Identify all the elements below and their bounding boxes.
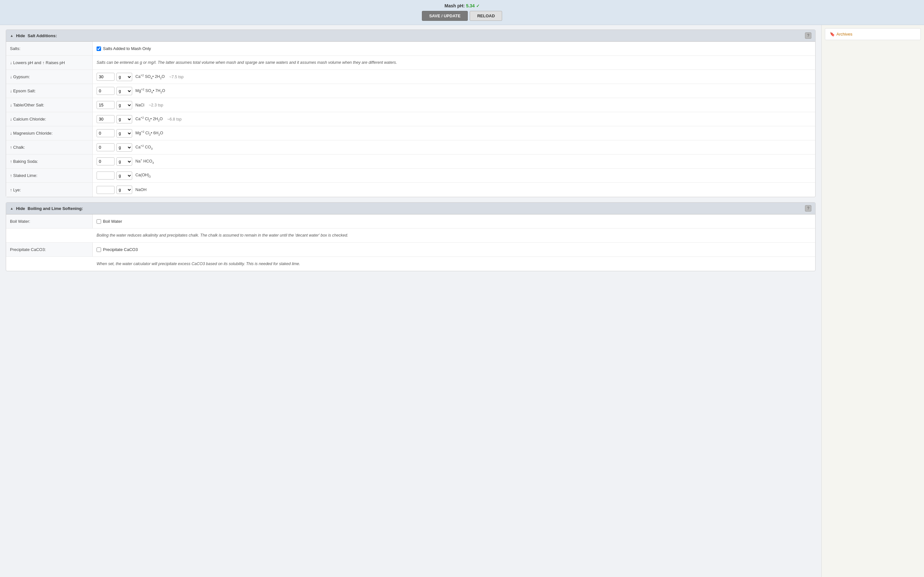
chalk-formula: Ca+2 CO3	[136, 144, 153, 150]
boil-description-label-spacer	[6, 229, 93, 242]
chalk-label: ↑ Chalk:	[6, 140, 93, 154]
precipitate-description-row: When set, the water calculator will prec…	[6, 257, 815, 271]
mash-ph-value: 5.34	[466, 3, 475, 8]
ph-description-row: ↓ Lowers pH and ↑ Raises pH Salts can be…	[6, 56, 815, 70]
salt-additions-title: Salt Additions:	[27, 33, 57, 38]
archives-box: 🔖 Archives	[825, 28, 921, 40]
epsom-label: ↓ Epsom Salt:	[6, 84, 93, 98]
boiling-collapse-triangle: ▲	[10, 206, 13, 210]
lye-unit-select[interactable]: gmg/l	[116, 185, 132, 194]
boil-water-content: Boil Water	[93, 217, 815, 226]
baking-soda-content: gmg/l Na+ HCO3	[93, 155, 815, 168]
mash-ph-check: ✓	[476, 3, 480, 8]
boil-description-text: Boiling the water reduces alkalinity and…	[93, 230, 815, 241]
gypsum-row: ↓ Gypsum: gmg/l Ca+2 SO4• 2H2O ~7.5 tsp	[6, 70, 815, 84]
chalk-unit-select[interactable]: gmg/l	[116, 143, 132, 152]
boil-description-row: Boiling the water reduces alkalinity and…	[6, 229, 815, 243]
boil-water-checkbox[interactable]	[97, 219, 101, 224]
archives-icon: 🔖	[830, 32, 835, 37]
salts-mash-only-label[interactable]: Salts Added to Mash Only	[97, 46, 151, 51]
mash-ph-label: Mash pH:	[444, 3, 465, 8]
main-layout: ▲ Hide Salt Additions: ? Salts: Salts Ad…	[0, 25, 924, 577]
baking-soda-formula: Na+ HCO3	[136, 158, 154, 164]
salt-additions-body: Salts: Salts Added to Mash Only ↓ Lowers…	[6, 42, 815, 197]
baking-soda-label: ↑ Baking Soda:	[6, 155, 93, 168]
lye-row: ↑ Lye: gmg/l NaOH	[6, 183, 815, 197]
salts-mash-only-text: Salts Added to Mash Only	[103, 46, 151, 51]
epsom-input[interactable]	[97, 87, 115, 95]
lye-formula: NaOH	[136, 187, 147, 192]
lye-label: ↑ Lye:	[6, 183, 93, 197]
top-buttons: SAVE / UPDATE RELOAD	[0, 11, 924, 21]
collapse-triangle: ▲	[10, 34, 13, 37]
baking-soda-input[interactable]	[97, 157, 115, 165]
boiling-help-button[interactable]: ?	[805, 205, 811, 211]
baking-soda-unit-select[interactable]: gmg/l	[116, 157, 132, 166]
chalk-row: ↑ Chalk: gmg/l Ca+2 CO3	[6, 140, 815, 155]
calcium-chloride-label: ↓ Calcium Chloride:	[6, 112, 93, 126]
slaked-lime-label: ↑ Slaked Lime:	[6, 169, 93, 182]
precipitate-description-spacer	[6, 257, 93, 271]
lye-input[interactable]	[97, 186, 115, 194]
magnesium-chloride-content: gmg/l Mg+2 Cl2• 6H2O	[93, 127, 815, 139]
archives-label: Archives	[837, 32, 853, 37]
salts-mash-only-checkbox[interactable]	[97, 47, 101, 51]
table-salt-input[interactable]	[97, 101, 115, 109]
gypsum-input[interactable]	[97, 73, 115, 81]
reload-button[interactable]: RELOAD	[470, 11, 502, 21]
boiling-body: Boil Water: Boil Water Boiling the water…	[6, 214, 815, 271]
top-bar: Mash pH: 5.34 ✓ SAVE / UPDATE RELOAD	[0, 0, 924, 25]
save-update-button[interactable]: SAVE / UPDATE	[422, 11, 468, 21]
hide-label[interactable]: Hide	[16, 33, 25, 38]
boiling-header: ▲ Hide Boiling and Lime Softening: ?	[6, 203, 815, 214]
gypsum-tsp: ~7.5 tsp	[169, 75, 184, 79]
salt-additions-help-button[interactable]: ?	[805, 32, 811, 39]
calcium-chloride-content: gmg/l Ca+2 Cl2• 2H2O ~6.8 tsp	[93, 113, 815, 125]
magnesium-chloride-label: ↓ Magnesium Chloride:	[6, 126, 93, 140]
precipitate-label: Precipitate CaCO3:	[6, 243, 93, 256]
precipitate-checkbox[interactable]	[97, 247, 101, 252]
precipitate-content: Precipitate CaCO3	[93, 245, 815, 254]
salt-additions-header-left: ▲ Hide Salt Additions:	[10, 33, 57, 38]
table-salt-label: ↓ Table/Other Salt:	[6, 98, 93, 112]
table-salt-unit-select[interactable]: gmg/l	[116, 101, 132, 109]
epsom-content: gmg/l Mg+2 SO4• 7H2O	[93, 85, 815, 97]
magnesium-chloride-unit-select[interactable]: gmg/l	[116, 129, 132, 137]
boiling-title: Boiling and Lime Softening:	[27, 206, 83, 211]
table-salt-content: gmg/l NaCl ~2.3 tsp	[93, 99, 815, 111]
precipitate-checkbox-label[interactable]: Precipitate CaCO3	[97, 247, 137, 252]
chalk-input[interactable]	[97, 143, 115, 151]
boil-water-checkbox-text: Boil Water	[103, 219, 122, 224]
calcium-chloride-unit-select[interactable]: gmg/l	[116, 115, 132, 123]
chalk-content: gmg/l Ca+2 CO3	[93, 141, 815, 153]
salts-label: Salts:	[6, 42, 93, 55]
precipitate-description-text: When set, the water calculator will prec…	[93, 258, 815, 269]
baking-soda-row: ↑ Baking Soda: gmg/l Na+ HCO3	[6, 155, 815, 169]
content-area: ▲ Hide Salt Additions: ? Salts: Salts Ad…	[0, 25, 821, 577]
boil-water-checkbox-label[interactable]: Boil Water	[97, 219, 122, 224]
boiling-hide-label[interactable]: Hide	[16, 206, 25, 211]
calcium-chloride-input[interactable]	[97, 115, 115, 123]
gypsum-content: gmg/l Ca+2 SO4• 2H2O ~7.5 tsp	[93, 71, 815, 83]
magnesium-chloride-formula: Mg+2 Cl2• 6H2O	[136, 130, 163, 136]
boil-water-label: Boil Water:	[6, 214, 93, 228]
boiling-panel: ▲ Hide Boiling and Lime Softening: ? Boi…	[6, 202, 816, 271]
mash-ph-display: Mash pH: 5.34 ✓	[0, 3, 924, 8]
slaked-lime-formula: Ca(OH)2	[136, 173, 151, 178]
magnesium-chloride-row: ↓ Magnesium Chloride: gmg/l Mg+2 Cl2• 6H…	[6, 126, 815, 140]
epsom-unit-select[interactable]: gmg/l	[116, 87, 132, 95]
slaked-lime-input[interactable]	[97, 171, 115, 179]
salts-row: Salts: Salts Added to Mash Only	[6, 42, 815, 56]
epsom-formula: Mg+2 SO4• 7H2O	[136, 88, 165, 94]
magnesium-chloride-input[interactable]	[97, 129, 115, 137]
salt-additions-header: ▲ Hide Salt Additions: ?	[6, 30, 815, 42]
boiling-header-left: ▲ Hide Boiling and Lime Softening:	[10, 206, 83, 211]
salts-content: Salts Added to Mash Only	[93, 44, 815, 53]
table-salt-formula: NaCl	[136, 103, 144, 107]
gypsum-unit-select[interactable]: gmg/l	[116, 73, 132, 81]
gypsum-label: ↓ Gypsum:	[6, 70, 93, 84]
slaked-lime-unit-select[interactable]: gmg/l	[116, 171, 132, 180]
archives-link[interactable]: 🔖 Archives	[830, 32, 916, 37]
gypsum-formula: Ca+2 SO4• 2H2O	[136, 74, 165, 80]
boil-water-row: Boil Water: Boil Water	[6, 214, 815, 229]
